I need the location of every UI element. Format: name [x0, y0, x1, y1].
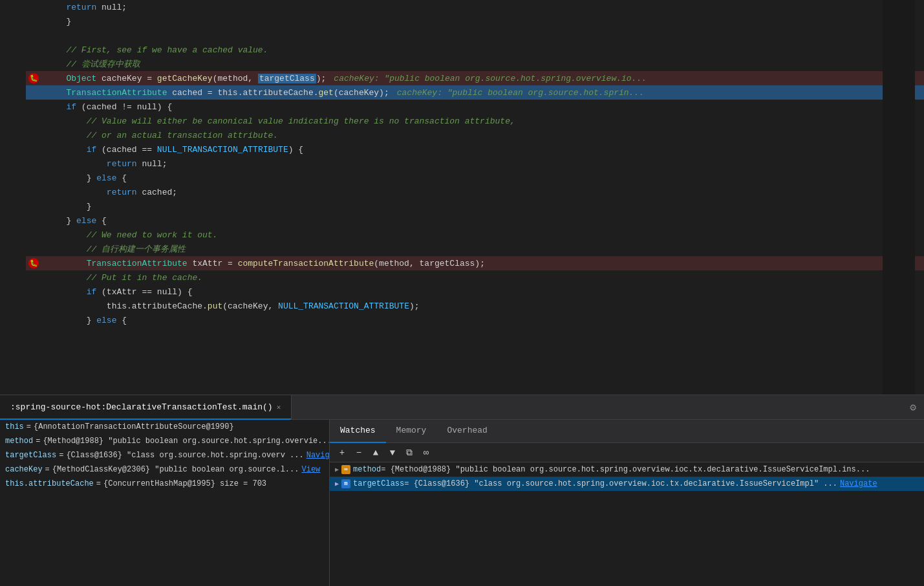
- code-text: }: [87, 173, 97, 183]
- watch-type-icon: ∞: [341, 465, 350, 474]
- constant: NULL_TRANSACTION_ATTRIBUTE: [278, 301, 409, 311]
- mini-map: [883, 0, 915, 395]
- variable-row: method = {Method@1988} "public boolean o…: [0, 434, 329, 448]
- keyword: if: [87, 287, 97, 297]
- code-text: (cached != null) {: [76, 102, 172, 112]
- var-name: this.attributeCache: [5, 479, 94, 488]
- tab-overhead[interactable]: Overhead: [436, 420, 497, 443]
- watch-item[interactable]: ▶∞method = {Method@1988} "public boolean…: [330, 462, 924, 477]
- code-text: null;: [137, 159, 167, 169]
- variable-row: this.attributeCache = {ConcurrentHashMap…: [0, 477, 329, 491]
- expand-arrow[interactable]: ▶: [335, 480, 339, 488]
- tab-close-button[interactable]: ✕: [277, 403, 281, 411]
- code-text: {: [96, 216, 107, 226]
- tab-label: :spring-source-hot:DeclarativeTransactio…: [10, 402, 273, 412]
- watch-value: = {Class@1636} "class org.source.hot.spr…: [404, 479, 837, 488]
- code-line: this.attributeCache.put(cacheKey, NULL_T…: [26, 299, 924, 313]
- code-text: }: [87, 202, 92, 212]
- code-text: (cacheKey);: [334, 88, 389, 98]
- debug-panel: this = {AnnotationTransactionAttributeSo…: [0, 419, 924, 586]
- code-text: cached;: [137, 188, 177, 197]
- code-text: }: [66, 17, 71, 27]
- watch-value: = {Method@1988} "public boolean org.sour…: [381, 465, 870, 474]
- code-line: // 自行构建一个事务属性: [26, 242, 924, 256]
- keyword: if: [66, 102, 76, 112]
- comment: // Value will either be canonical value …: [87, 116, 515, 126]
- watch-type-icon: m: [341, 479, 350, 488]
- code-line: return cached;: [26, 185, 924, 199]
- code-text: (method, targetClass);: [374, 259, 485, 268]
- code-text: }: [66, 216, 76, 226]
- navigate-link[interactable]: View: [301, 465, 320, 474]
- keyword: return: [66, 3, 96, 12]
- type-name: TransactionAttribute: [87, 259, 188, 268]
- comment: // First, see if we have a cached value.: [66, 45, 268, 55]
- code-line: } else {: [26, 213, 924, 228]
- variables-panel: this = {AnnotationTransactionAttributeSo…: [0, 420, 330, 586]
- method-name: put: [208, 301, 222, 311]
- var-value: {ConcurrentHashMap@1995} size = 703: [103, 479, 266, 488]
- code-line: }: [26, 199, 924, 213]
- tab-memory[interactable]: Memory: [386, 420, 437, 443]
- code-text: (cacheKey,: [222, 301, 278, 311]
- code-line: } else {: [26, 171, 924, 185]
- keyword: else: [96, 316, 116, 325]
- copy-watch-button[interactable]: ⧉: [402, 446, 416, 460]
- watch-navigate-link[interactable]: Navigate: [840, 479, 877, 488]
- type-name: Object: [66, 74, 96, 83]
- keyword: else: [96, 173, 116, 183]
- code-text: (method,: [213, 74, 258, 83]
- watches-panel: Watches Memory Overhead + − ▲ ▼ ⧉ ∞ ▶∞me…: [330, 420, 924, 586]
- code-text: ) {: [288, 145, 303, 155]
- move-down-button[interactable]: ▼: [385, 446, 400, 460]
- settings-gear-icon[interactable]: ⚙: [910, 402, 916, 414]
- code-text: );: [316, 74, 327, 83]
- expand-arrow[interactable]: ▶: [335, 466, 339, 473]
- comment: // 尝试缓存中获取: [66, 58, 140, 70]
- code-text: (cached ==: [96, 145, 157, 155]
- remove-watch-button[interactable]: −: [352, 446, 366, 460]
- type-name: TransactionAttribute: [66, 88, 167, 98]
- variable-row: targetClass = {Class@1636} "class org.so…: [0, 448, 329, 462]
- code-text: {: [116, 173, 127, 183]
- code-text: null;: [96, 3, 127, 12]
- edit-watch-button[interactable]: ∞: [419, 446, 433, 460]
- watches-list: ▶∞method = {Method@1988} "public boolean…: [330, 462, 924, 586]
- watch-variable-name: targetClass: [353, 479, 404, 488]
- method-name: getCacheKey: [157, 74, 213, 83]
- watch-item[interactable]: ▶mtargetClass = {Class@1636} "class org.…: [330, 477, 924, 491]
- code-line: 🐛 Object cacheKey = getCacheKey(method, …: [26, 71, 924, 85]
- breakpoint-marker: 🐛: [28, 73, 39, 83]
- watches-toolbar: + − ▲ ▼ ⧉ ∞: [330, 443, 924, 462]
- breakpoint-marker: 🐛: [28, 258, 39, 268]
- navigate-link[interactable]: Navigate: [306, 451, 329, 460]
- code-text: cached = this.attributeCache.: [167, 88, 318, 98]
- code-line: [26, 28, 924, 43]
- code-text: }: [87, 316, 97, 325]
- inline-hint: cacheKey: "public boolean org.source.hot…: [334, 74, 647, 83]
- code-line: // Value will either be canonical value …: [26, 114, 924, 128]
- highlighted-word: targetClass: [258, 74, 316, 83]
- code-line: return null;: [26, 157, 924, 171]
- code-text: cacheKey =: [96, 74, 157, 83]
- keyword: return: [107, 159, 137, 169]
- code-line: }: [26, 14, 924, 28]
- code-line: return null;: [26, 0, 924, 14]
- code-line: // Put it in the cache.: [26, 270, 924, 285]
- code-line: // 尝试缓存中获取: [26, 57, 924, 71]
- keyword: if: [87, 145, 97, 155]
- keyword: return: [107, 188, 137, 197]
- code-text: (txAttr == null) {: [96, 287, 192, 297]
- code-line: if (cached != null) {: [26, 100, 924, 114]
- add-watch-button[interactable]: +: [335, 446, 349, 460]
- editor-tab-active[interactable]: :spring-source-hot:DeclarativeTransactio…: [0, 395, 292, 420]
- move-up-button[interactable]: ▲: [369, 446, 383, 460]
- var-value: {Class@1636} "class org.source.hot.sprin…: [66, 451, 303, 460]
- method-name: computeTransactionAttribute: [238, 259, 374, 268]
- code-text: this.attributeCache.: [107, 301, 208, 311]
- inline-hint: cacheKey: "public boolean org.source.hot…: [397, 88, 644, 98]
- tab-watches[interactable]: Watches: [330, 420, 386, 443]
- code-line: 🐛 TransactionAttribute txAttr = computeT…: [26, 256, 924, 270]
- variable-row: this = {AnnotationTransactionAttributeSo…: [0, 420, 329, 434]
- code-line: } else {: [26, 313, 924, 327]
